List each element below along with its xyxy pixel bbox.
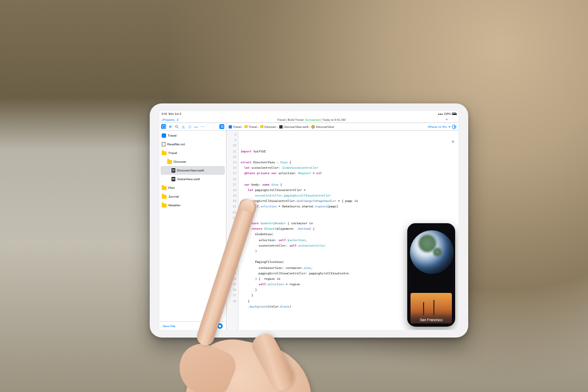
canvas-preview[interactable]: San Francisco: [407, 223, 455, 327]
tile-label: San Francisco: [411, 318, 452, 322]
destination-tile: San Francisco: [411, 293, 452, 323]
file-name: Plan: [168, 186, 175, 189]
file-name: GlobeView.swift: [177, 177, 200, 181]
app-icon: [162, 133, 166, 138]
file-name: Travel: [168, 151, 177, 155]
editor-pane: Travel›Travel›Discover›DiscoverView.swif…: [226, 123, 458, 330]
issue-nav-icon[interactable]: ◬: [181, 124, 186, 129]
file-name: Journal: [168, 195, 179, 198]
globe-image: [410, 230, 454, 274]
file-tree: TravelReadMe.mdTravelDiscoverDiscoverVie…: [160, 131, 226, 321]
search-nav-icon[interactable]: [174, 124, 179, 129]
filter-button[interactable]: [217, 323, 223, 329]
gear-icon: [311, 125, 315, 128]
svg-line-7: [177, 127, 178, 128]
new-file-button[interactable]: New File: [163, 324, 175, 328]
build-status: Travel | Build Travel: Succeeded | Today…: [181, 118, 442, 121]
ipad-device: 9:41 Mon Jun 3 ●●● 100% ‹Projects ≡ Trav…: [150, 103, 468, 338]
folder-icon: [167, 160, 172, 164]
app-icon: [229, 125, 232, 128]
jump-bar[interactable]: Travel›Travel›Discover›DiscoverView.swif…: [226, 123, 458, 131]
project-nav-icon[interactable]: [161, 124, 166, 129]
folder-icon: [244, 125, 248, 128]
file-row[interactable]: Travel: [160, 149, 226, 157]
sw-icon: [279, 125, 283, 128]
battery-icon: [452, 113, 456, 115]
status-bar: 9:41 Mon Jun 3 ●●● 100%: [160, 111, 458, 117]
folder-icon: [162, 204, 167, 207]
file-row[interactable]: Discover: [160, 157, 226, 166]
device-notch: [421, 225, 442, 230]
outline-toggle-icon[interactable]: ☰: [219, 124, 224, 129]
file-name: Discover: [174, 160, 186, 163]
test-nav-icon[interactable]: ◇: [187, 124, 192, 129]
file-row[interactable]: Plan: [160, 183, 226, 192]
file-row[interactable]: ReadMe.md: [160, 140, 226, 149]
folder-icon: [162, 195, 167, 199]
folder-icon: [260, 125, 264, 128]
svg-point-6: [175, 125, 177, 127]
file-row[interactable]: Travel: [160, 131, 226, 140]
xcode-app: 9:41 Mon Jun 3 ●●● 100% ‹Projects ≡ Trav…: [160, 111, 458, 330]
breadcrumb-item[interactable]: Travel: [229, 125, 241, 128]
file-name: ReadMe.md: [167, 143, 185, 146]
swift-file-icon: [171, 168, 175, 173]
source-control-icon[interactable]: ⊕: [168, 124, 173, 129]
title-bar: ‹Projects ≡ Travel | Build Travel: Succe…: [160, 117, 458, 123]
back-button[interactable]: ‹Projects: [162, 118, 175, 121]
breadcrumb-item[interactable]: Travel: [244, 125, 257, 128]
folder-icon: [162, 151, 167, 155]
file-name: Weather: [168, 204, 181, 207]
file-row[interactable]: DiscoverView.swift: [161, 166, 225, 175]
folder-icon: [162, 186, 167, 190]
file-row[interactable]: Journal: [160, 192, 226, 201]
navigator-sidebar: ⊕ ◬ ◇ ▭ ⋯ ☰ TravelReadMe.mdTravelDiscove…: [160, 123, 226, 330]
add-button[interactable]: +: [444, 117, 450, 122]
breadcrumb-item[interactable]: Discover: [260, 125, 276, 128]
debug-nav-icon[interactable]: ▭: [194, 124, 199, 129]
status-time: 9:41 Mon Jun 3: [162, 112, 181, 115]
navigator-footer: New File: [160, 321, 226, 330]
lines-icon[interactable]: ≡: [177, 118, 179, 121]
file-name: DiscoverView.swift: [177, 169, 204, 172]
navigator-tabs: ⊕ ◬ ◇ ▭ ⋯ ☰: [160, 123, 226, 131]
wifi-icon: ●●●: [438, 112, 443, 115]
status-indicators: ●●● 100%: [438, 112, 456, 115]
breadcrumb-item[interactable]: DiscoverView: [311, 125, 334, 128]
swift-file-icon: [171, 177, 175, 181]
document-icon: [162, 142, 166, 146]
file-row[interactable]: GlobeView.swift: [160, 175, 226, 183]
run-destination-icon: ▾: [449, 125, 450, 128]
breadcrumb-item[interactable]: DiscoverView.swift: [279, 125, 308, 128]
more-nav-icon[interactable]: ⋯: [200, 124, 205, 129]
scheme-selector[interactable]: iPhone 11 Pro ▾: [428, 125, 456, 129]
line-gutter: 8910111213141516171819202122232425262728…: [226, 131, 238, 330]
file-row[interactable]: Weather: [160, 201, 226, 210]
file-name: Travel: [168, 134, 176, 137]
minimap-marker: [452, 140, 454, 143]
run-button[interactable]: [452, 125, 456, 129]
